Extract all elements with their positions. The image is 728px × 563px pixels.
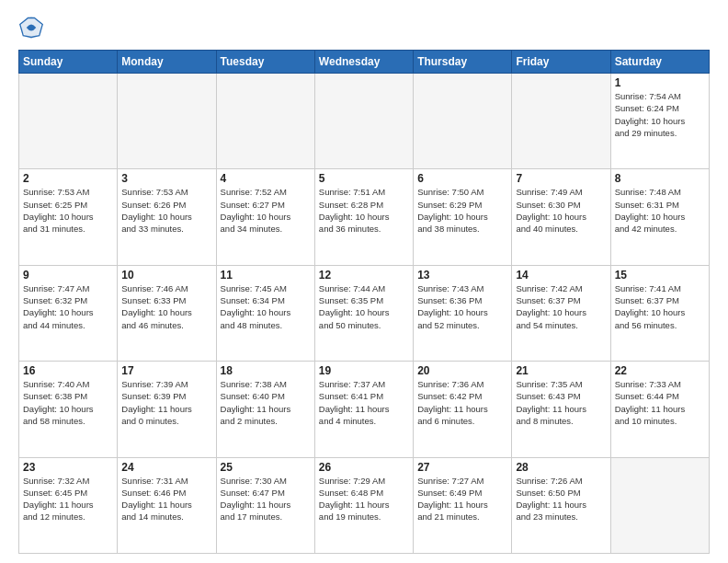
logo-icon [18, 15, 44, 40]
day-info: Sunrise: 7:44 AM Sunset: 6:35 PM Dayligh… [319, 282, 409, 331]
calendar-cell: 28Sunrise: 7:26 AM Sunset: 6:50 PM Dayli… [512, 457, 610, 553]
day-number: 11 [221, 269, 311, 282]
day-number: 19 [319, 364, 409, 377]
day-number: 1 [615, 76, 705, 89]
calendar-cell: 8Sunrise: 7:48 AM Sunset: 6:31 PM Daylig… [610, 169, 709, 265]
calendar-cell: 18Sunrise: 7:38 AM Sunset: 6:40 PM Dayli… [216, 362, 314, 457]
calendar-cell: 13Sunrise: 7:43 AM Sunset: 6:36 PM Dayli… [414, 265, 512, 361]
day-number: 18 [221, 364, 311, 377]
calendar-cell: 4Sunrise: 7:52 AM Sunset: 6:27 PM Daylig… [216, 169, 314, 265]
day-number: 8 [615, 172, 705, 185]
day-info: Sunrise: 7:52 AM Sunset: 6:27 PM Dayligh… [221, 186, 311, 235]
day-info: Sunrise: 7:54 AM Sunset: 6:24 PM Dayligh… [615, 90, 705, 139]
calendar-week-row: 2Sunrise: 7:53 AM Sunset: 6:25 PM Daylig… [19, 169, 710, 265]
calendar-cell: 6Sunrise: 7:50 AM Sunset: 6:29 PM Daylig… [414, 169, 512, 265]
calendar-cell [314, 74, 413, 169]
calendar-cell: 11Sunrise: 7:45 AM Sunset: 6:34 PM Dayli… [216, 265, 314, 361]
calendar-cell: 23Sunrise: 7:32 AM Sunset: 6:45 PM Dayli… [19, 457, 118, 553]
day-number: 24 [121, 461, 211, 474]
calendar-week-row: 16Sunrise: 7:40 AM Sunset: 6:38 PM Dayli… [19, 362, 710, 457]
day-number: 22 [615, 364, 705, 377]
weekday-header: Monday [118, 51, 216, 74]
day-info: Sunrise: 7:42 AM Sunset: 6:37 PM Dayligh… [516, 282, 606, 331]
calendar-cell: 10Sunrise: 7:46 AM Sunset: 6:33 PM Dayli… [118, 265, 216, 361]
calendar-cell: 22Sunrise: 7:33 AM Sunset: 6:44 PM Dayli… [610, 362, 709, 457]
day-info: Sunrise: 7:39 AM Sunset: 6:39 PM Dayligh… [121, 378, 211, 427]
calendar-cell: 14Sunrise: 7:42 AM Sunset: 6:37 PM Dayli… [512, 265, 610, 361]
day-number: 3 [121, 172, 211, 185]
day-number: 13 [417, 269, 507, 282]
calendar-cell: 16Sunrise: 7:40 AM Sunset: 6:38 PM Dayli… [19, 362, 118, 457]
calendar-week-row: 1Sunrise: 7:54 AM Sunset: 6:24 PM Daylig… [19, 74, 710, 169]
calendar-cell: 27Sunrise: 7:27 AM Sunset: 6:49 PM Dayli… [414, 457, 512, 553]
logo [18, 15, 48, 40]
calendar-cell: 3Sunrise: 7:53 AM Sunset: 6:26 PM Daylig… [118, 169, 216, 265]
calendar-cell: 17Sunrise: 7:39 AM Sunset: 6:39 PM Dayli… [118, 362, 216, 457]
day-number: 9 [23, 269, 113, 282]
day-number: 14 [516, 269, 606, 282]
calendar-cell [512, 74, 610, 169]
calendar-cell [19, 74, 118, 169]
calendar-cell: 26Sunrise: 7:29 AM Sunset: 6:48 PM Dayli… [314, 457, 413, 553]
weekday-header: Saturday [610, 51, 709, 74]
weekday-header: Wednesday [314, 51, 413, 74]
calendar-cell [118, 74, 216, 169]
day-number: 25 [221, 461, 311, 474]
calendar-cell: 1Sunrise: 7:54 AM Sunset: 6:24 PM Daylig… [610, 74, 709, 169]
calendar-cell: 7Sunrise: 7:49 AM Sunset: 6:30 PM Daylig… [512, 169, 610, 265]
day-number: 20 [417, 364, 507, 377]
day-info: Sunrise: 7:51 AM Sunset: 6:28 PM Dayligh… [319, 186, 409, 235]
calendar-cell [414, 74, 512, 169]
calendar-cell: 9Sunrise: 7:47 AM Sunset: 6:32 PM Daylig… [19, 265, 118, 361]
calendar-week-row: 9Sunrise: 7:47 AM Sunset: 6:32 PM Daylig… [19, 265, 710, 361]
calendar-cell [610, 457, 709, 553]
weekday-header: Sunday [19, 51, 118, 74]
day-info: Sunrise: 7:29 AM Sunset: 6:48 PM Dayligh… [319, 475, 409, 523]
day-number: 10 [121, 269, 211, 282]
day-info: Sunrise: 7:43 AM Sunset: 6:36 PM Dayligh… [417, 282, 507, 331]
day-number: 23 [23, 461, 113, 474]
day-info: Sunrise: 7:27 AM Sunset: 6:49 PM Dayligh… [417, 475, 507, 523]
calendar-cell: 21Sunrise: 7:35 AM Sunset: 6:43 PM Dayli… [512, 362, 610, 457]
day-number: 6 [417, 172, 507, 185]
weekday-header: Thursday [414, 51, 512, 74]
day-info: Sunrise: 7:30 AM Sunset: 6:47 PM Dayligh… [221, 475, 311, 523]
day-number: 21 [516, 364, 606, 377]
day-number: 5 [319, 172, 409, 185]
day-info: Sunrise: 7:36 AM Sunset: 6:42 PM Dayligh… [417, 378, 507, 427]
day-info: Sunrise: 7:35 AM Sunset: 6:43 PM Dayligh… [516, 378, 606, 427]
day-info: Sunrise: 7:41 AM Sunset: 6:37 PM Dayligh… [615, 282, 705, 331]
calendar-cell: 19Sunrise: 7:37 AM Sunset: 6:41 PM Dayli… [314, 362, 413, 457]
day-info: Sunrise: 7:33 AM Sunset: 6:44 PM Dayligh… [615, 378, 705, 427]
day-number: 16 [23, 364, 113, 377]
calendar-cell: 2Sunrise: 7:53 AM Sunset: 6:25 PM Daylig… [19, 169, 118, 265]
day-info: Sunrise: 7:38 AM Sunset: 6:40 PM Dayligh… [221, 378, 311, 427]
calendar-cell: 5Sunrise: 7:51 AM Sunset: 6:28 PM Daylig… [314, 169, 413, 265]
day-number: 17 [121, 364, 211, 377]
day-number: 27 [417, 461, 507, 474]
calendar-cell: 20Sunrise: 7:36 AM Sunset: 6:42 PM Dayli… [414, 362, 512, 457]
day-info: Sunrise: 7:50 AM Sunset: 6:29 PM Dayligh… [417, 186, 507, 235]
day-number: 12 [319, 269, 409, 282]
day-info: Sunrise: 7:37 AM Sunset: 6:41 PM Dayligh… [319, 378, 409, 427]
day-number: 15 [615, 269, 705, 282]
header [18, 15, 710, 40]
calendar-cell: 15Sunrise: 7:41 AM Sunset: 6:37 PM Dayli… [610, 265, 709, 361]
day-number: 2 [23, 172, 113, 185]
day-info: Sunrise: 7:45 AM Sunset: 6:34 PM Dayligh… [221, 282, 311, 331]
weekday-header: Tuesday [216, 51, 314, 74]
calendar-cell: 24Sunrise: 7:31 AM Sunset: 6:46 PM Dayli… [118, 457, 216, 553]
day-number: 4 [221, 172, 311, 185]
calendar-cell [216, 74, 314, 169]
day-number: 26 [319, 461, 409, 474]
page: SundayMondayTuesdayWednesdayThursdayFrid… [0, 0, 728, 563]
day-info: Sunrise: 7:49 AM Sunset: 6:30 PM Dayligh… [516, 186, 606, 235]
calendar-cell: 25Sunrise: 7:30 AM Sunset: 6:47 PM Dayli… [216, 457, 314, 553]
day-info: Sunrise: 7:53 AM Sunset: 6:25 PM Dayligh… [23, 186, 113, 235]
calendar-table: SundayMondayTuesdayWednesdayThursdayFrid… [18, 50, 710, 554]
day-info: Sunrise: 7:32 AM Sunset: 6:45 PM Dayligh… [23, 475, 113, 523]
weekday-header: Friday [512, 51, 610, 74]
calendar-cell: 12Sunrise: 7:44 AM Sunset: 6:35 PM Dayli… [314, 265, 413, 361]
day-info: Sunrise: 7:53 AM Sunset: 6:26 PM Dayligh… [121, 186, 211, 235]
day-number: 7 [516, 172, 606, 185]
